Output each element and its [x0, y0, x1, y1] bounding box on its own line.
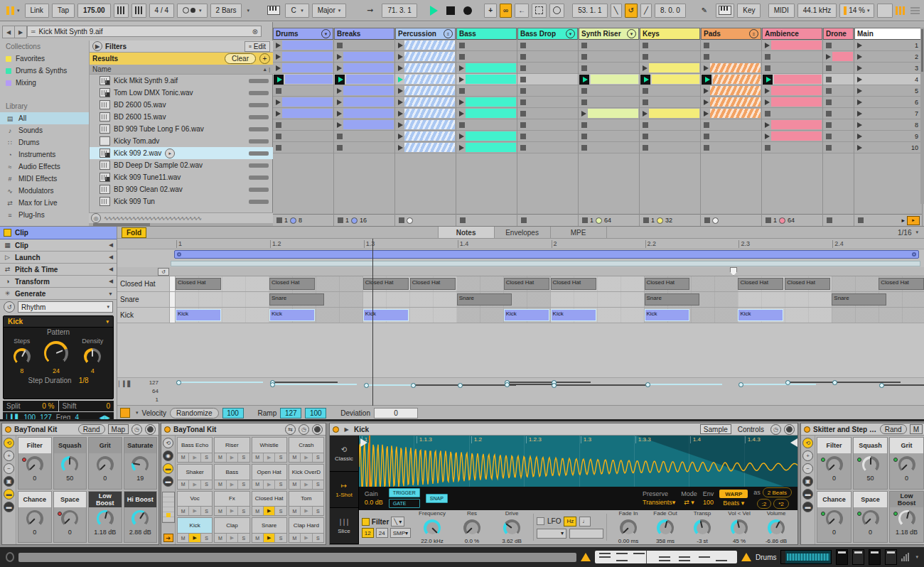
track-header[interactable]: Breaks: [334, 28, 394, 40]
clip-slot[interactable]: [395, 85, 456, 97]
track-stop-icon[interactable]: [338, 217, 343, 223]
clip-slot[interactable]: [701, 51, 761, 63]
param-transp[interactable]: Transp-3 st: [684, 510, 721, 544]
track-stop-icon[interactable]: [643, 217, 649, 223]
generator-target-dropdown[interactable]: Kick▾: [4, 316, 113, 328]
tab-envelopes[interactable]: Envelopes: [494, 227, 550, 238]
clip-launch-icon[interactable]: [704, 65, 709, 71]
arrangement-position-field[interactable]: 71. 3. 1: [382, 4, 417, 18]
clip-slot[interactable]: [762, 142, 822, 153]
clip-launch-icon[interactable]: [276, 43, 281, 48]
macro-knob-icon[interactable]: [131, 456, 149, 473]
pad-mute-button[interactable]: M: [289, 507, 301, 515]
track-header[interactable]: Drone: [823, 28, 854, 40]
marker-lane[interactable]: ↺: [117, 267, 924, 276]
clip-body[interactable]: [466, 109, 516, 118]
clip-slot[interactable]: [334, 131, 394, 142]
env-value[interactable]: 100: [703, 499, 714, 506]
pad-solo-button[interactable]: S: [313, 453, 323, 462]
clip-slot[interactable]: [517, 74, 578, 85]
nudge-up-button[interactable]: [131, 4, 146, 18]
pad-name[interactable]: Open Hat: [252, 465, 286, 480]
punch-out-button[interactable]: ╱: [640, 4, 652, 18]
scene-launch-icon[interactable]: [857, 65, 862, 71]
clip-launch-icon[interactable]: [398, 99, 403, 105]
clip-body[interactable]: [404, 97, 455, 107]
macro-knob-icon[interactable]: [97, 456, 114, 473]
scene-slot[interactable]: 7: [854, 108, 922, 119]
clip-slot[interactable]: [395, 51, 456, 63]
drum-pad-crash[interactable]: CrashM▶S: [289, 437, 324, 463]
device-on-icon[interactable]: [333, 426, 339, 433]
back-to-arrangement-icon[interactable]: ▸: [907, 216, 920, 225]
menu-icon[interactable]: [910, 7, 920, 14]
mode-tab-classic[interactable]: ⟲Classic: [330, 436, 358, 472]
drum-pad-bass[interactable]: BassM▶S: [214, 464, 249, 490]
clip-body[interactable]: [774, 75, 822, 84]
clip-body[interactable]: [652, 75, 699, 84]
clip-slot[interactable]: [273, 119, 333, 131]
show-chains-button[interactable]: ▬: [163, 476, 173, 487]
pad-play-button[interactable]: ▶: [189, 480, 200, 489]
show-macros-button[interactable]: ▬: [4, 489, 14, 500]
preview-play-icon[interactable]: ▶: [342, 425, 351, 434]
macro-saturate[interactable]: Saturate19: [124, 437, 158, 490]
macro-filter[interactable]: Filter0: [18, 437, 52, 490]
pad-play-button[interactable]: ▶: [301, 480, 312, 489]
track-header[interactable]: Drums▼: [273, 28, 333, 40]
clip-slot[interactable]: [823, 63, 854, 74]
clip-slot[interactable]: [334, 85, 394, 97]
snap-button[interactable]: SNAP: [426, 494, 448, 503]
group-menu-icon[interactable]: ≡: [444, 29, 453, 38]
macro-grit[interactable]: Grit0: [88, 437, 122, 490]
clip-body[interactable]: [285, 75, 333, 84]
macro-variations-icon[interactable]: ◷: [299, 424, 309, 435]
pad-solo-button[interactable]: S: [238, 453, 249, 462]
drum-pad-kick-overd[interactable]: Kick OverDM▶S: [289, 464, 324, 490]
drum-pad-snare[interactable]: SnareM▶S: [252, 517, 287, 543]
macro-knob-icon[interactable]: [26, 456, 43, 473]
sidebar-item-plug-ins[interactable]: ≡Plug-Ins: [0, 209, 89, 221]
locator-pin-icon[interactable]: [730, 267, 737, 276]
clip-body[interactable]: [404, 63, 455, 72]
drum-pad-kick[interactable]: KickM▶S: [177, 517, 213, 543]
clip-slot[interactable]: [823, 142, 854, 153]
device-on-icon[interactable]: [804, 426, 810, 433]
tempo-field[interactable]: 175.00: [77, 4, 111, 18]
note-row-label[interactable]: Kick: [117, 308, 170, 323]
file-row[interactable]: Kick 909 Tun: [90, 195, 273, 207]
loop-length-field[interactable]: 8. 0. 0: [655, 4, 686, 18]
clear-filters-button[interactable]: Clear: [225, 53, 256, 64]
macro-knob-icon[interactable]: [898, 456, 915, 473]
clip-slot[interactable]: [579, 63, 639, 74]
stop-all-clips-icon[interactable]: [858, 217, 864, 223]
mode-tab-1-shot[interactable]: ↦1-Shot: [330, 472, 358, 508]
velocity-marker[interactable]: [879, 383, 884, 388]
pad-play-button[interactable]: ▶: [264, 507, 275, 515]
macro-space[interactable]: Space0: [53, 491, 87, 544]
pad-mute-button[interactable]: M: [289, 480, 301, 489]
macro-grit[interactable]: Grit0: [889, 437, 924, 490]
clip-body[interactable]: [404, 143, 455, 152]
midi-note[interactable]: Snare: [269, 293, 324, 306]
track-stop-icon[interactable]: [765, 217, 771, 223]
track-status-row[interactable]: 116: [334, 214, 394, 226]
pad-solo-button[interactable]: S: [275, 453, 286, 462]
pad-name[interactable]: Tom: [289, 492, 323, 507]
midi-note[interactable]: Closed Hat: [645, 278, 690, 290]
clip-body[interactable]: [649, 109, 699, 118]
drum-pad-riser[interactable]: RiserM▶S: [214, 437, 249, 463]
midi-note[interactable]: Closed Hat: [879, 278, 924, 290]
macro-chance[interactable]: Chance0: [18, 491, 52, 544]
sidebar-item-sounds[interactable]: ♪Sounds: [0, 124, 89, 136]
midi-note[interactable]: Closed Hat: [738, 278, 783, 290]
pad-play-button[interactable]: ▶: [264, 534, 275, 542]
clip-launch-icon[interactable]: [459, 111, 464, 117]
midi-note[interactable]: Kick: [363, 309, 409, 321]
section-pitch-time[interactable]: ⇄Pitch & Time◀: [0, 264, 117, 276]
clip-body[interactable]: [404, 52, 455, 61]
pad-mute-button[interactable]: M: [178, 453, 189, 462]
browser-back-button[interactable]: ◀: [2, 26, 15, 38]
clip-slot[interactable]: [334, 142, 394, 153]
rand-macros-button[interactable]: Rand: [78, 424, 105, 434]
